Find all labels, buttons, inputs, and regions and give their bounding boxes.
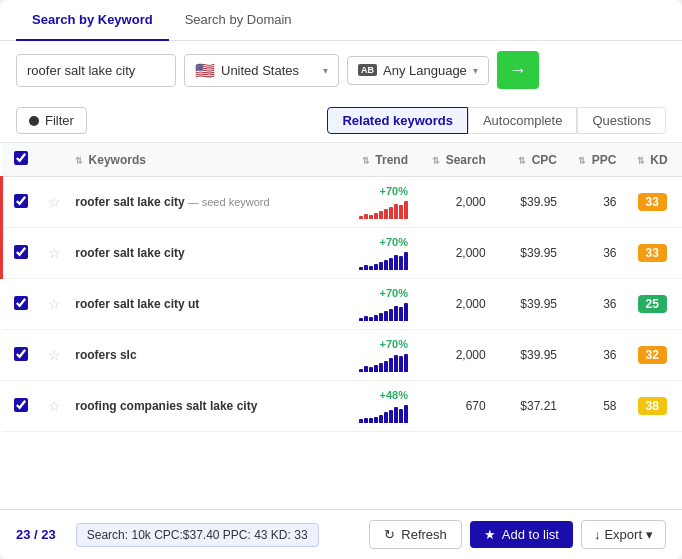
row-checkbox[interactable]	[14, 347, 28, 361]
search-volume-cell: 2,000	[414, 228, 492, 279]
search-volume-cell: 670	[414, 381, 492, 432]
footer: 23 / 23 Search: 10k CPC:$37.40 PPC: 43 K…	[0, 509, 682, 559]
keywords-table: ⇅ Keywords ⇅ Trend ⇅ Search ⇅ CPC	[0, 143, 682, 432]
mini-chart	[313, 403, 408, 423]
table-header-row: ⇅ Keywords ⇅ Trend ⇅ Search ⇅ CPC	[2, 143, 683, 177]
cpc-cell: $37.21	[492, 381, 563, 432]
row-checkbox[interactable]	[14, 398, 28, 412]
ppc-cell: 36	[563, 177, 622, 228]
header-checkbox-col	[2, 143, 40, 177]
keyword-cell: roofer salt lake city ut	[69, 279, 307, 330]
page-count: 23 / 23	[16, 527, 56, 542]
search-volume-cell: 2,000	[414, 177, 492, 228]
header-kd-col[interactable]: ⇅ KD	[623, 143, 682, 177]
country-arrow-icon: ▾	[323, 65, 328, 76]
trend-cell: +70%	[307, 279, 414, 330]
table-row: ☆roofer salt lake city ut+70%2,000$39.95…	[2, 279, 683, 330]
tab-autocomplete[interactable]: Autocomplete	[468, 107, 578, 134]
search-volume-cell: 2,000	[414, 330, 492, 381]
trend-sort-icon: ⇅	[362, 156, 370, 166]
add-label: Add to list	[502, 527, 559, 542]
search-button[interactable]: →	[497, 51, 539, 89]
language-icon: AB	[358, 64, 377, 76]
kd-sort-icon: ⇅	[637, 156, 645, 166]
row-checkbox[interactable]	[14, 194, 28, 208]
trend-cell: +48%	[307, 381, 414, 432]
search-volume-cell: 2,000	[414, 279, 492, 330]
star-icon[interactable]: ☆	[48, 245, 61, 261]
ppc-sort-icon: ⇅	[578, 156, 586, 166]
trend-cell: +70%	[307, 330, 414, 381]
filter-row: Filter Related keywords Autocomplete Que…	[0, 99, 682, 143]
header-trend-col[interactable]: ⇅ Trend	[307, 143, 414, 177]
ppc-cell: 58	[563, 381, 622, 432]
cpc-cell: $39.95	[492, 330, 563, 381]
filter-button[interactable]: Filter	[16, 107, 87, 134]
header-star-col	[40, 143, 70, 177]
ppc-cell: 36	[563, 228, 622, 279]
refresh-label: Refresh	[401, 527, 447, 542]
cpc-sort-icon: ⇅	[518, 156, 526, 166]
trend-cell: +70%	[307, 228, 414, 279]
keyword-cell: roofer salt lake city	[69, 228, 307, 279]
export-arrow-icon: ▾	[646, 527, 653, 542]
language-arrow-icon: ▾	[473, 65, 478, 76]
add-to-list-button[interactable]: ★ Add to list	[470, 521, 573, 548]
search-row: 🇺🇸 United States ▾ AB Any Language ▾ →	[0, 41, 682, 99]
export-button[interactable]: ↓ Export ▾	[581, 520, 666, 549]
header-search-col[interactable]: ⇅ Search	[414, 143, 492, 177]
star-icon[interactable]: ☆	[48, 296, 61, 312]
language-select[interactable]: AB Any Language ▾	[347, 56, 489, 85]
table-body: ☆roofer salt lake city — seed keyword+70…	[2, 177, 683, 432]
star-icon[interactable]: ☆	[48, 194, 61, 210]
ppc-cell: 36	[563, 330, 622, 381]
select-all-checkbox[interactable]	[14, 151, 28, 165]
country-flag: 🇺🇸	[195, 61, 215, 80]
filter-dot-icon	[29, 116, 39, 126]
kd-badge: 32	[638, 346, 667, 364]
kd-cell: 38	[623, 381, 682, 432]
cpc-cell: $39.95	[492, 177, 563, 228]
mini-chart	[313, 352, 408, 372]
header-cpc-col[interactable]: ⇅ CPC	[492, 143, 563, 177]
tab-search-domain[interactable]: Search by Domain	[169, 0, 308, 41]
header-ppc-col[interactable]: ⇅ PPC	[563, 143, 622, 177]
footer-actions: ↻ Refresh ★ Add to list ↓ Export ▾	[369, 520, 666, 549]
kd-badge: 25	[638, 295, 667, 313]
tab-questions[interactable]: Questions	[577, 107, 666, 134]
mini-chart	[313, 250, 408, 270]
cpc-cell: $39.95	[492, 228, 563, 279]
tab-search-keyword[interactable]: Search by Keyword	[16, 0, 169, 41]
star-icon[interactable]: ☆	[48, 398, 61, 414]
row-checkbox[interactable]	[14, 296, 28, 310]
kd-cell: 25	[623, 279, 682, 330]
filter-label: Filter	[45, 113, 74, 128]
country-select[interactable]: 🇺🇸 United States ▾	[184, 54, 339, 87]
keyword-cell: roofing companies salt lake city	[69, 381, 307, 432]
keyword-sort-icon: ⇅	[75, 156, 83, 166]
table-row: ☆roofers slc+70%2,000$39.953632	[2, 330, 683, 381]
kd-badge: 33	[638, 193, 667, 211]
cpc-cell: $39.95	[492, 279, 563, 330]
keywords-table-wrap: ⇅ Keywords ⇅ Trend ⇅ Search ⇅ CPC	[0, 143, 682, 509]
export-label: Export	[604, 527, 642, 542]
keyword-input[interactable]	[16, 54, 176, 87]
country-label: United States	[221, 63, 299, 78]
kd-badge: 38	[638, 397, 667, 415]
keyword-cell: roofer salt lake city — seed keyword	[69, 177, 307, 228]
kd-badge: 33	[638, 244, 667, 262]
ppc-cell: 36	[563, 279, 622, 330]
header-keyword-col[interactable]: ⇅ Keywords	[69, 143, 307, 177]
star-icon[interactable]: ☆	[48, 347, 61, 363]
refresh-icon: ↻	[384, 527, 395, 542]
row-checkbox[interactable]	[14, 245, 28, 259]
main-tabs: Search by Keyword Search by Domain	[0, 0, 682, 41]
table-row: ☆roofer salt lake city+70%2,000$39.95363…	[2, 228, 683, 279]
export-icon: ↓	[594, 527, 601, 542]
kd-cell: 33	[623, 177, 682, 228]
refresh-button[interactable]: ↻ Refresh	[369, 520, 462, 549]
keyword-cell: roofers slc	[69, 330, 307, 381]
mini-chart	[313, 199, 408, 219]
search-arrow-icon: →	[509, 60, 527, 81]
tab-related-keywords[interactable]: Related keywords	[327, 107, 468, 134]
